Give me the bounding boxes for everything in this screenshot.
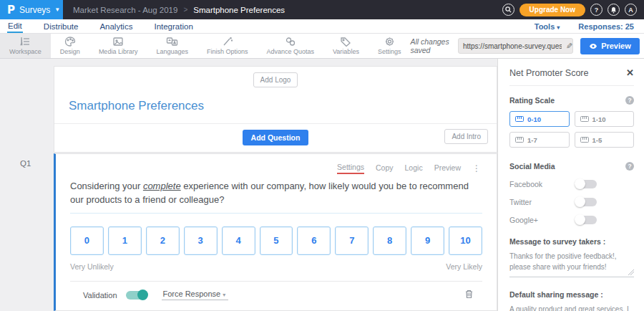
preview-button[interactable]: Preview	[580, 38, 640, 54]
scale-icon	[515, 137, 524, 143]
tool-settings[interactable]: Settings	[369, 34, 411, 58]
scale-option-9[interactable]: 9	[411, 226, 444, 255]
question-tabs: Settings Copy Logic Preview ⋮	[70, 160, 482, 180]
tool-design[interactable]: Design	[51, 34, 89, 58]
default-sharing-message-textarea[interactable]: A quality product and great services, I …	[509, 299, 634, 311]
scale-option-10[interactable]: 10	[449, 226, 482, 255]
palette-icon	[64, 37, 76, 47]
question-card: Settings Copy Logic Preview ⋮ Considerin…	[54, 153, 497, 311]
question-text-emphasis: complete	[143, 181, 181, 191]
googleplus-toggle[interactable]	[575, 216, 597, 224]
scale-option-2[interactable]: 2	[146, 226, 180, 255]
close-icon[interactable]: ✕	[626, 67, 634, 78]
survey-url-input[interactable]	[459, 42, 566, 50]
toolbar-right: All changes saved ✎ Preview	[410, 34, 644, 58]
scale-option-4[interactable]: 4	[222, 226, 255, 255]
scale-right-label: Very Likely	[446, 262, 482, 271]
help-button[interactable]: ?	[590, 4, 602, 16]
tool-workspace[interactable]: Workspace	[0, 34, 51, 58]
tool-label: Advance Quotas	[266, 48, 314, 55]
scale-option-0-10[interactable]: 0-10	[509, 111, 570, 127]
bell-icon	[610, 6, 617, 14]
topbar-actions: Upgrade Now ? A	[502, 0, 644, 19]
add-logo-button[interactable]: Add Logo	[253, 72, 298, 87]
upgrade-now-button[interactable]: Upgrade Now	[519, 4, 585, 16]
tool-label: Settings	[378, 48, 401, 55]
tools-dropdown[interactable]: Tools ▾	[535, 22, 560, 31]
scale-option-5[interactable]: 5	[260, 226, 293, 255]
facebook-toggle[interactable]	[575, 180, 597, 188]
delete-question-button[interactable]	[464, 289, 474, 302]
tab-settings[interactable]: Settings	[337, 163, 364, 174]
scale-option-1-10[interactable]: 1-10	[575, 111, 635, 127]
chevron-down-icon: ▼	[54, 6, 60, 13]
rating-scale-options: 0-10 1-10 1-7 1-5	[509, 111, 634, 148]
tool-label: Variables	[333, 48, 359, 55]
translate-icon	[166, 37, 178, 47]
scale-icon	[580, 116, 589, 122]
default-sharing-message-label: Default sharing message :	[509, 290, 634, 299]
trash-icon	[464, 289, 474, 299]
add-intro-button[interactable]: Add Intro	[444, 129, 488, 144]
scale-option-8[interactable]: 8	[373, 226, 406, 255]
menubar-right: Tools ▾ Responses: 25	[535, 22, 637, 31]
twitter-toggle[interactable]	[575, 198, 597, 206]
scale-option-0[interactable]: 0	[70, 226, 104, 255]
tool-finish-options[interactable]: Finish Options	[197, 34, 258, 58]
question-text[interactable]: Considering your complete experience wit…	[70, 180, 471, 207]
message-to-survey-takers-label: Message to survey takers :	[509, 237, 634, 246]
scale-option-1-5[interactable]: 1-5	[575, 132, 635, 148]
tab-copy[interactable]: Copy	[376, 163, 394, 173]
tool-label: Finish Options	[207, 48, 248, 55]
tool-advance-quotas[interactable]: Advance Quotas	[257, 34, 323, 58]
message-to-survey-takers-textarea[interactable]: Thanks for the positive feedback!, pleas…	[509, 246, 634, 277]
scale-anchor-labels: Very Unlikely Very Likely	[70, 262, 482, 281]
rating-scale-section-label: Rating Scale	[509, 96, 555, 105]
resize-handle-icon[interactable]	[628, 269, 634, 275]
menu-item-analytics[interactable]: Analytics	[99, 21, 133, 32]
scale-option-3[interactable]: 3	[184, 226, 218, 255]
googleplus-label: Google+	[509, 216, 538, 224]
breadcrumb-parent[interactable]: Market Research - Aug 2019	[73, 6, 177, 14]
chain-link-icon	[285, 37, 296, 47]
tool-media-library[interactable]: Media Library	[89, 34, 147, 58]
chevron-down-icon: ▾	[223, 292, 225, 298]
tab-logic[interactable]: Logic	[405, 163, 423, 173]
survey-url-box: ✎	[458, 38, 573, 54]
help-icon[interactable]: ?	[625, 162, 634, 171]
tool-languages[interactable]: Languages	[147, 34, 197, 58]
app-logo[interactable]: P Surveys ▼	[0, 0, 63, 19]
menu-bar: Edit Distribute Analytics Integration To…	[0, 19, 644, 34]
menu-item-edit[interactable]: Edit	[7, 20, 23, 33]
scale-option-1-7[interactable]: 1-7	[509, 132, 570, 148]
add-question-button[interactable]: Add Question	[243, 130, 309, 145]
responses-count[interactable]: Responses: 25	[578, 22, 634, 31]
tool-variables[interactable]: Variables	[323, 34, 369, 58]
account-avatar[interactable]: A	[625, 4, 637, 16]
tag-icon	[340, 37, 351, 47]
validation-type-dropdown[interactable]: Force Response ▾	[162, 290, 229, 300]
question-text-underline	[70, 213, 482, 214]
tab-preview[interactable]: Preview	[434, 163, 461, 173]
validation-toggle[interactable]	[126, 291, 147, 300]
notifications-button[interactable]	[608, 4, 620, 16]
menu-item-integration[interactable]: Integration	[153, 21, 193, 32]
scale-option-7[interactable]: 7	[335, 226, 369, 255]
top-bar: P Surveys ▼ Market Research - Aug 2019 >…	[0, 0, 644, 19]
menu-item-distribute[interactable]: Distribute	[43, 21, 79, 32]
scale-option-1[interactable]: 1	[108, 226, 142, 255]
scale-option-6[interactable]: 6	[297, 226, 331, 255]
search-button[interactable]	[502, 4, 514, 16]
survey-header-card: Add Logo Smartphone Preferences Add Ques…	[54, 66, 497, 153]
help-icon[interactable]: ?	[625, 96, 634, 105]
kebab-menu-icon[interactable]: ⋮	[472, 163, 481, 173]
workspace-icon	[19, 37, 31, 47]
survey-title[interactable]: Smartphone Preferences	[54, 87, 497, 123]
survey-header-actions: Add Question Add Intro	[54, 123, 497, 152]
gear-icon	[384, 37, 395, 47]
edit-url-icon[interactable]: ✎	[566, 42, 572, 51]
chevron-down-icon: ▾	[557, 24, 560, 31]
logo-label: Surveys	[19, 5, 50, 15]
breadcrumb-separator-icon: >	[183, 6, 187, 14]
editor-toolbar: Workspace Design Media Library Languages…	[0, 34, 644, 59]
